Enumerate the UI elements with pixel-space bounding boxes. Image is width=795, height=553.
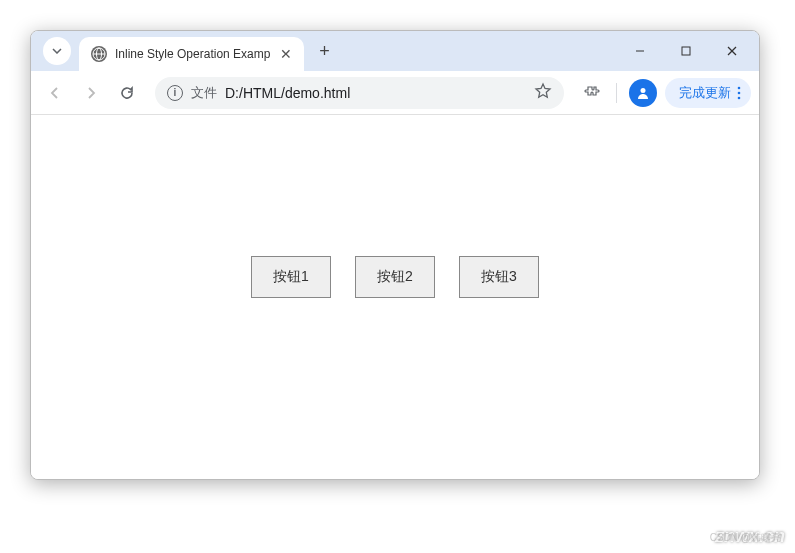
update-label: 完成更新 [679,84,731,102]
button-row: 按钮1 按钮2 按钮3 [251,256,539,298]
maximize-button[interactable] [663,31,709,71]
minimize-button[interactable] [617,31,663,71]
globe-icon [91,46,107,62]
address-url: D:/HTML/demo.html [225,85,526,101]
svg-point-7 [641,88,646,93]
browser-tab[interactable]: Inline Style Operation Examp ✕ [79,37,304,71]
close-window-button[interactable] [709,31,755,71]
browser-window: Inline Style Operation Examp ✕ + i 文件 D:… [30,30,760,480]
window-controls [617,31,755,71]
toolbar-divider [616,83,617,103]
forward-button[interactable] [75,77,107,109]
titlebar: Inline Style Operation Examp ✕ + [31,31,759,71]
close-icon[interactable]: ✕ [278,46,294,62]
extensions-button[interactable] [576,77,608,109]
svg-point-10 [738,96,741,99]
back-button[interactable] [39,77,71,109]
reload-button[interactable] [111,77,143,109]
tab-title: Inline Style Operation Examp [115,47,270,61]
demo-button-2[interactable]: 按钮2 [355,256,435,298]
svg-rect-4 [682,47,690,55]
tab-search-button[interactable] [43,37,71,65]
menu-dots-icon [737,86,741,100]
info-icon[interactable]: i [167,85,183,101]
toolbar: i 文件 D:/HTML/demo.html 完成更新 [31,71,759,115]
svg-point-9 [738,91,741,94]
address-bar[interactable]: i 文件 D:/HTML/demo.html [155,77,564,109]
new-tab-button[interactable]: + [310,37,338,65]
page-content: 按钮1 按钮2 按钮3 [31,115,759,479]
demo-button-1[interactable]: 按钮1 [251,256,331,298]
watermark-sub: CSDN @韩曙亮 [710,531,781,545]
update-button[interactable]: 完成更新 [665,78,751,108]
address-type-label: 文件 [191,84,217,102]
demo-button-3[interactable]: 按钮3 [459,256,539,298]
svg-point-8 [738,86,741,89]
profile-button[interactable] [629,79,657,107]
bookmark-star-icon[interactable] [534,82,552,104]
